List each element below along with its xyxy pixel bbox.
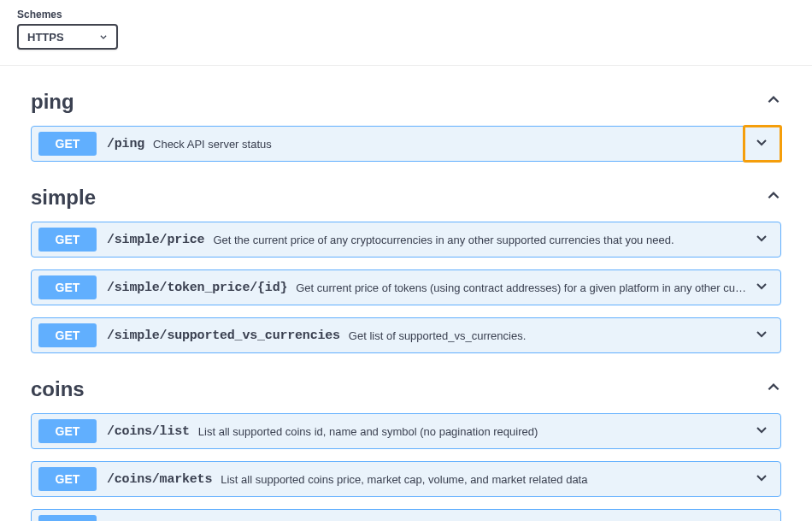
operation-row[interactable]: GET /simple/price Get the current price … [31,222,781,258]
schemes-selected-value: HTTPS [27,31,64,44]
chevron-up-icon [766,92,781,111]
tag-header-coins[interactable]: coins [31,374,781,406]
chevron-down-icon [99,29,108,44]
operation-row[interactable]: GET /simple/token_price/{id} Get current… [31,269,781,305]
chevron-down-icon [755,423,768,440]
schemes-panel: Schemes HTTPS [0,0,812,66]
tag-section-ping: ping GET /ping Check API server status [31,86,781,162]
operation-row[interactable]: GET /coins/markets List all supported co… [31,461,781,497]
endpoint-path: /simple/supported_vs_currencies [107,329,340,343]
tag-title: simple [31,186,96,210]
http-method-badge: GET [38,467,97,491]
chevron-down-icon [755,135,768,152]
operation-row[interactable]: GET /simple/supported_vs_currencies Get … [31,317,781,353]
endpoint-path: /simple/token_price/{id} [107,281,287,295]
http-method-badge: GET [38,323,97,347]
endpoint-description: Get list of supported_vs_currencies. [349,329,748,342]
operations-list: ping GET /ping Check API server status [0,86,812,521]
operation-row[interactable]: GET /ping Check API server status [31,126,781,162]
chevron-down-icon [755,231,768,248]
chevron-down-icon [755,279,768,296]
endpoint-description: List all supported coins price, market c… [221,473,748,486]
endpoint-description: Get current price of tokens (using contr… [296,281,748,294]
endpoint-description: List all supported coins id, name and sy… [198,425,748,438]
http-method-badge: GET [38,275,97,299]
http-method-badge: GET [38,419,97,443]
endpoint-path: /ping [107,137,144,151]
chevron-up-icon [766,380,781,399]
tag-title: coins [31,377,85,401]
tag-title: ping [31,90,74,114]
tag-header-simple[interactable]: simple [31,182,781,215]
operation-row[interactable]: GET /coins/{id} Get current data (name, … [31,509,781,521]
chevron-down-icon [755,327,768,344]
http-method-badge: GET [38,132,97,156]
tag-header-ping[interactable]: ping [31,86,781,119]
operation-row[interactable]: GET /coins/list List all supported coins… [31,413,781,449]
endpoint-path: /coins/markets [107,472,212,487]
http-method-badge: GET [38,228,97,252]
endpoint-description: Check API server status [153,138,748,151]
endpoint-path: /coins/list [107,424,190,439]
endpoint-path: /simple/price [107,233,204,247]
tag-section-simple: simple GET /simple/price Get the current… [31,182,781,353]
chevron-up-icon [766,188,781,207]
chevron-down-icon [755,471,768,488]
schemes-select[interactable]: HTTPS [17,24,118,50]
tag-section-coins: coins GET /coins/list List all supported… [31,374,781,521]
schemes-label: Schemes [17,9,795,21]
http-method-badge: GET [38,515,97,521]
endpoint-description: Get the current price of any cryptocurre… [213,234,748,246]
